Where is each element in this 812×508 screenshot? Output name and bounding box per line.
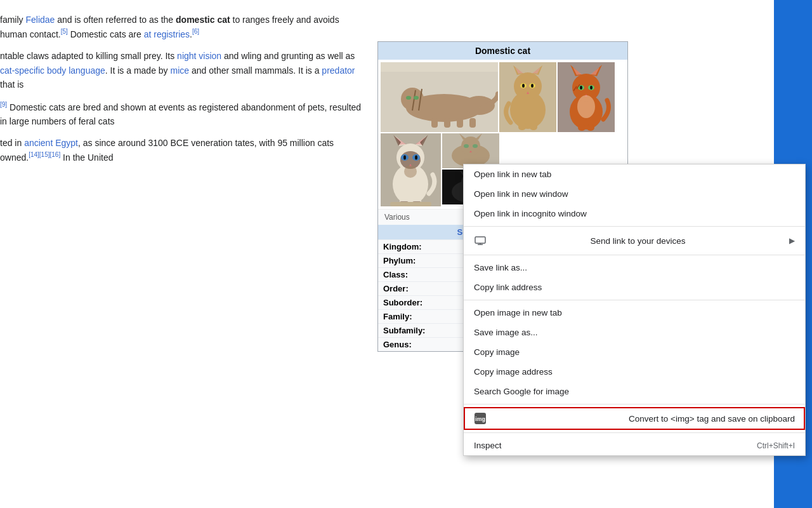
predator-link[interactable]: predator bbox=[322, 65, 355, 76]
row-label-class: Class: bbox=[378, 268, 435, 282]
menu-separator-5 bbox=[464, 432, 805, 433]
cat-image-5[interactable] bbox=[442, 133, 499, 168]
send-link-arrow-icon: ▶ bbox=[789, 236, 795, 245]
svg-point-22 bbox=[522, 84, 525, 88]
svg-point-56 bbox=[403, 156, 406, 160]
svg-point-41 bbox=[577, 95, 595, 118]
article-paragraph-3: [9] Domestic cats are bred and shown at … bbox=[0, 100, 362, 128]
svg-rect-43 bbox=[587, 124, 594, 131]
svg-rect-9 bbox=[444, 118, 450, 128]
article-paragraph-4: ted in ancient Egypt, as since around 31… bbox=[0, 136, 362, 164]
row-label-subfamily: Subfamily: bbox=[378, 324, 435, 338]
ancient-egypt-link[interactable]: ancient Egypt bbox=[24, 138, 78, 148]
svg-rect-26 bbox=[530, 123, 537, 130]
cat-svg-1 bbox=[381, 62, 498, 132]
svg-point-71 bbox=[473, 144, 478, 148]
menu-separator-2 bbox=[464, 255, 805, 255]
body-language-link[interactable]: cat-specific body language bbox=[0, 65, 105, 76]
plugin-icon: img bbox=[474, 412, 487, 425]
menu-separator-3 bbox=[464, 300, 805, 300]
svg-text:img: img bbox=[475, 416, 485, 422]
menu-label-search-google-image: Search Google for image bbox=[474, 387, 569, 396]
row-label-order: Order: bbox=[378, 282, 435, 296]
menu-item-copy-image-address[interactable]: Copy image address bbox=[464, 362, 805, 382]
inspect-shortcut: Ctrl+Shift+I bbox=[757, 441, 795, 450]
infobox-title: Domestic cat bbox=[378, 42, 627, 60]
menu-label-copy-image: Copy image bbox=[474, 347, 520, 357]
menu-item-inspect[interactable]: Inspect Ctrl+Shift+I bbox=[464, 436, 805, 455]
svg-point-59 bbox=[404, 165, 417, 178]
menu-item-convert-img[interactable]: img Convert to <img> tag and save on cli… bbox=[464, 407, 805, 430]
send-link-icon-svg bbox=[475, 236, 486, 245]
menu-label-open-new-window: Open link in new window bbox=[474, 189, 568, 199]
menu-item-open-new-window[interactable]: Open link in new window bbox=[464, 184, 805, 204]
menu-item-open-new-tab[interactable]: Open link in new tab bbox=[464, 164, 805, 184]
menu-label-copy-link: Copy link address bbox=[474, 283, 542, 292]
menu-item-search-google-image[interactable]: Search Google for image bbox=[464, 382, 805, 401]
svg-point-15 bbox=[514, 72, 542, 100]
menu-separator-1 bbox=[464, 226, 805, 227]
convert-img-icon-svg: img bbox=[474, 412, 487, 425]
svg-point-57 bbox=[415, 156, 417, 160]
cat-svg-5 bbox=[442, 133, 499, 168]
svg-rect-42 bbox=[578, 124, 586, 131]
menu-label-inspect: Inspect bbox=[474, 441, 502, 450]
article-paragraph-2: ntable claws adapted to killing small pr… bbox=[0, 49, 362, 91]
menu-item-send-link[interactable]: Send link to your devices ▶ bbox=[464, 229, 805, 252]
menu-item-save-image[interactable]: Save image as... bbox=[464, 323, 805, 342]
svg-rect-25 bbox=[518, 123, 526, 130]
context-menu: Open link in new tab Open link in new wi… bbox=[463, 164, 806, 456]
menu-item-open-image-tab[interactable]: Open image in new tab bbox=[464, 303, 805, 323]
menu-label-open-image-tab: Open image in new tab bbox=[474, 308, 562, 318]
svg-point-37 bbox=[590, 86, 593, 90]
menu-label-save-link: Save link as... bbox=[474, 263, 527, 272]
menu-item-copy-link[interactable]: Copy link address bbox=[464, 277, 805, 297]
svg-rect-10 bbox=[457, 118, 463, 128]
cat-image-4[interactable] bbox=[381, 133, 441, 206]
article-paragraph-1: family Felidae and is often referred to … bbox=[0, 13, 362, 41]
menu-item-copy-image[interactable]: Copy image bbox=[464, 342, 805, 362]
row-label-family: Family: bbox=[378, 310, 435, 324]
menu-separator-4 bbox=[464, 404, 805, 404]
svg-rect-11 bbox=[469, 118, 476, 128]
svg-rect-12 bbox=[381, 62, 498, 72]
cat-image-3[interactable] bbox=[558, 62, 615, 132]
row-label-kingdom: Kingdom: bbox=[378, 240, 435, 254]
svg-rect-8 bbox=[431, 118, 438, 128]
svg-point-70 bbox=[464, 144, 469, 148]
monitor-icon bbox=[474, 234, 487, 247]
menu-label-convert-img: Convert to <img> tag and save on clipboa… bbox=[629, 414, 795, 424]
article-text: family Felidae and is often referred to … bbox=[0, 0, 368, 178]
caption-various: Various bbox=[383, 211, 411, 223]
cat-image-2[interactable] bbox=[499, 62, 556, 132]
registries-link[interactable]: at registries bbox=[144, 29, 190, 39]
svg-rect-64 bbox=[390, 202, 431, 206]
cat-svg-2 bbox=[499, 62, 556, 132]
menu-label-open-new-tab: Open link in new tab bbox=[474, 170, 551, 179]
cat-image-1[interactable] bbox=[381, 62, 498, 132]
svg-rect-82 bbox=[475, 237, 485, 243]
svg-point-7 bbox=[414, 96, 419, 100]
row-label-phylum: Phylum: bbox=[378, 254, 435, 268]
mice-link[interactable]: mice bbox=[171, 65, 190, 76]
felidae-link[interactable]: Felidae bbox=[25, 15, 55, 25]
menu-label-copy-image-address: Copy image address bbox=[474, 367, 553, 377]
menu-label-open-incognito: Open link in incognito window bbox=[474, 209, 587, 218]
menu-item-open-incognito[interactable]: Open link in incognito window bbox=[464, 204, 805, 224]
cat-svg-3 bbox=[558, 62, 615, 132]
night-vision-link[interactable]: night vision bbox=[177, 51, 221, 61]
menu-label-save-image: Save image as... bbox=[474, 328, 538, 337]
menu-label-send-link: Send link to your devices bbox=[590, 236, 685, 246]
svg-point-6 bbox=[406, 96, 411, 100]
row-label-genus: Genus: bbox=[378, 338, 435, 352]
svg-point-36 bbox=[580, 86, 582, 90]
cat-svg-4 bbox=[381, 133, 441, 206]
svg-point-23 bbox=[531, 84, 534, 88]
row-label-suborder: Suborder: bbox=[378, 296, 435, 310]
menu-item-save-link[interactable]: Save link as... bbox=[464, 258, 805, 277]
